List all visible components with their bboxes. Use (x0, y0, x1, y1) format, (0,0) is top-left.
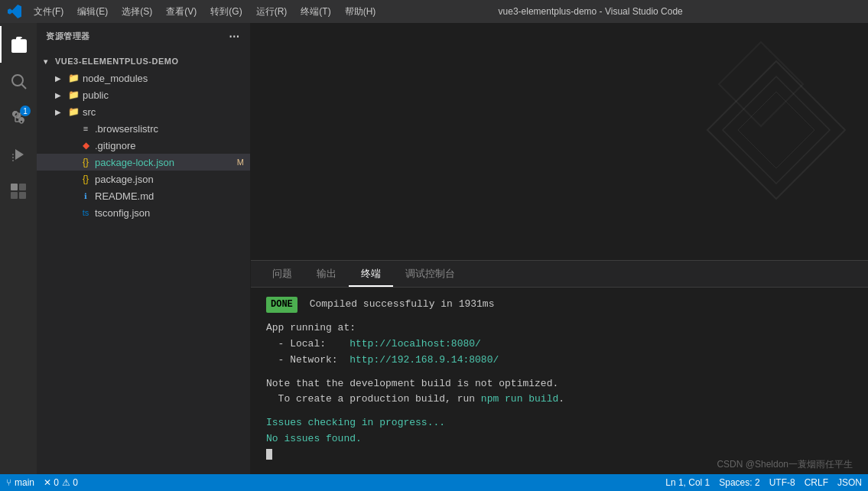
svg-point-4 (20, 120, 23, 123)
terminal-panel: 问题 输出 终端 调试控制台 DONE Compiled successfull… (251, 260, 868, 474)
root-folder-name: VUE3-ELEMENTPLUS-DEMO (55, 57, 178, 66)
done-badge: DONE (266, 297, 297, 313)
sidebar-header-icons: ⋯ (227, 29, 242, 44)
main-layout: 1 资源管理器 ⋯ ▾ (0, 23, 868, 474)
package-json-label: package.json (95, 174, 250, 185)
no-arrow (64, 190, 76, 202)
sidebar-header: 资源管理器 ⋯ (37, 23, 250, 50)
config-file-icon: ≡ (80, 122, 92, 135)
status-bar-right: Ln 1, Col 1 Spaces: 2 UTF-8 CRLF JSON (665, 477, 862, 488)
file-readme[interactable]: ℹ README.md (37, 187, 250, 204)
menu-edit[interactable]: 编辑(E) (71, 4, 114, 20)
menu-run[interactable]: 运行(R) (250, 4, 294, 20)
menu-view[interactable]: 查看(V) (160, 4, 203, 20)
app-running-line3: - Network: http://192.168.9.14:8080/ (266, 353, 853, 369)
vscode-logo-icon (8, 5, 21, 18)
src-arrow: ▶ (52, 106, 64, 118)
markdown-file-icon: ℹ (80, 190, 92, 202)
svg-rect-9 (11, 192, 18, 199)
readme-label: README.md (95, 190, 250, 202)
folder-public[interactable]: ▶ 📁 public (37, 86, 250, 103)
activity-explorer[interactable] (0, 26, 37, 63)
error-icon: ✕ 0 (44, 477, 59, 488)
network-url[interactable]: http://192.168.9.14:8080/ (349, 354, 499, 366)
note-line1: Note that the development build is not o… (266, 376, 853, 392)
package-lock-label: package-lock.json (95, 157, 234, 168)
status-bar-left: ⑂ main ✕ 0 ⚠ 0 (6, 477, 78, 488)
folder-icon: 📁 (67, 72, 80, 84)
src-label: src (83, 106, 250, 118)
no-arrow (64, 122, 76, 135)
activity-search[interactable] (0, 63, 37, 99)
extensions-icon (9, 182, 28, 200)
done-line: DONE Compiled successfully in 1931ms (266, 297, 853, 313)
terminal-body[interactable]: DONE Compiled successfully in 1931ms App… (251, 288, 868, 474)
terminal-tabs: 问题 输出 终端 调试控制台 (251, 261, 868, 288)
node-modules-arrow: ▶ (52, 72, 64, 84)
menu-bar: 文件(F) 编辑(E) 选择(S) 查看(V) 转到(G) 运行(R) 终端(T… (28, 4, 382, 20)
tab-debug-console[interactable]: 调试控制台 (393, 262, 467, 287)
note-section: Note that the development build is not o… (266, 376, 853, 408)
source-control-badge: 1 (20, 106, 31, 116)
menu-help[interactable]: 帮助(H) (339, 4, 382, 20)
branch-name: main (15, 477, 34, 488)
svg-marker-11 (707, 61, 845, 199)
file-browserslistrc[interactable]: ≡ .browserslistrc (37, 120, 250, 137)
errors-warnings[interactable]: ✕ 0 ⚠ 0 (44, 477, 78, 488)
svg-marker-12 (723, 76, 830, 184)
file-tsconfig[interactable]: ts tsconfig.json (37, 204, 250, 221)
local-url[interactable]: http://localhost:8080/ (349, 338, 481, 350)
npm-run-build[interactable]: npm run build (481, 393, 558, 405)
svg-line-2 (22, 85, 27, 89)
new-file-icon[interactable]: ⋯ (227, 29, 242, 44)
tab-output[interactable]: 输出 (304, 262, 349, 287)
file-package-json[interactable]: {} package.json (37, 171, 250, 187)
svg-marker-14 (719, 42, 803, 126)
tab-terminal[interactable]: 终端 (349, 262, 393, 287)
file-gitignore[interactable]: ◆ .gitignore (37, 137, 250, 154)
activity-source-control[interactable]: 1 (0, 99, 37, 136)
line-ending: CRLF (805, 477, 828, 488)
app-running-line2: - Local: http://localhost:8080/ (266, 337, 853, 353)
typescript-file-icon: ts (80, 206, 92, 219)
file-tree: ▾ VUE3-ELEMENTPLUS-DEMO ▶ 📁 node_modules… (37, 50, 250, 474)
public-arrow: ▶ (52, 89, 64, 101)
folder-icon: 📁 (67, 89, 80, 101)
file-package-lock[interactable]: {} package-lock.json M (37, 154, 250, 171)
cursor-block (266, 449, 272, 460)
activity-run-debug[interactable] (0, 136, 37, 173)
svg-marker-13 (738, 92, 814, 168)
watermark: CSDN @Sheldon一蓑烟雨任平生 (717, 458, 853, 471)
compiled-message: Compiled successfully in 1931ms (310, 298, 495, 310)
title-bar: 文件(F) 编辑(E) 选择(S) 查看(V) 转到(G) 运行(R) 终端(T… (0, 0, 868, 23)
folder-node-modules[interactable]: ▶ 📁 node_modules (37, 70, 250, 86)
svg-rect-7 (11, 184, 18, 190)
bg-decoration2 (715, 38, 807, 130)
bg-decoration (700, 54, 853, 206)
tab-problems[interactable]: 问题 (260, 262, 304, 287)
menu-goto[interactable]: 转到(G) (204, 4, 248, 20)
node-modules-label: node_modules (83, 73, 250, 84)
editor-content[interactable] (251, 23, 868, 260)
menu-file[interactable]: 文件(F) (28, 4, 70, 20)
language-mode: JSON (837, 477, 862, 488)
menu-select[interactable]: 选择(S) (115, 4, 158, 20)
folder-src[interactable]: ▶ 📁 src (37, 103, 250, 120)
svg-rect-8 (19, 184, 26, 190)
window-title: vue3-elementplus-demo - Visual Studio Co… (499, 6, 683, 17)
editor-area: 问题 输出 终端 调试控制台 DONE Compiled successfull… (251, 23, 868, 474)
sidebar-title: 资源管理器 (46, 31, 90, 42)
activity-extensions[interactable] (0, 173, 37, 210)
note-line2: To create a production build, run npm ru… (266, 392, 853, 408)
search-icon (9, 72, 28, 90)
issues-checking: Issues checking in progress... (266, 415, 853, 431)
activity-bar: 1 (0, 23, 37, 474)
branch-icon: ⑂ (6, 477, 11, 488)
no-arrow (64, 173, 76, 185)
git-branch[interactable]: ⑂ main (6, 477, 34, 488)
line-col: Ln 1, Col 1 (665, 477, 710, 488)
spaces: Spaces: 2 (719, 477, 759, 488)
root-folder[interactable]: ▾ VUE3-ELEMENTPLUS-DEMO (37, 53, 250, 70)
svg-point-1 (12, 75, 23, 86)
menu-terminal[interactable]: 终端(T) (294, 4, 336, 20)
